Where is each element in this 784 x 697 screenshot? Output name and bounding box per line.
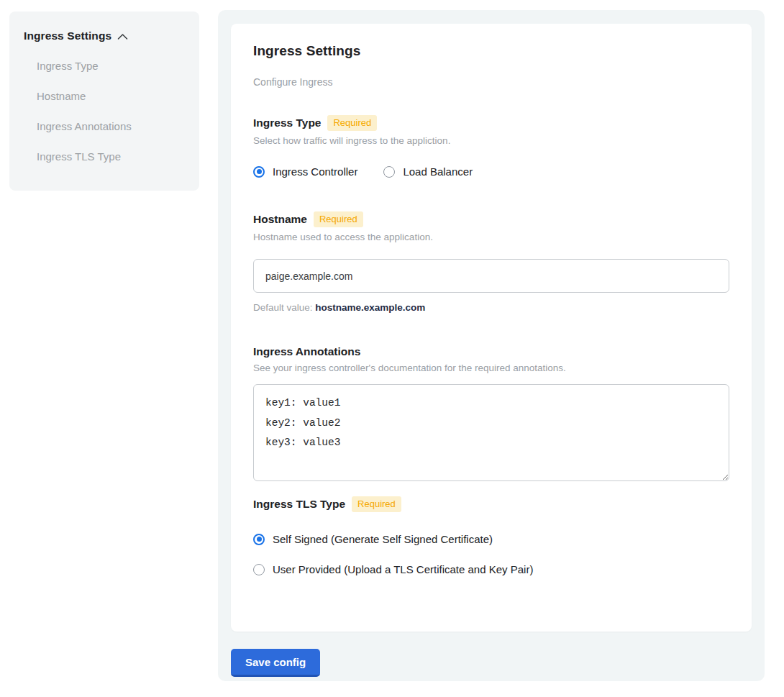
ingress-type-label: Ingress Type bbox=[253, 117, 321, 129]
sidebar-item-ingress-type[interactable]: Ingress Type bbox=[37, 60, 185, 73]
ingress-annotations-textarea[interactable]: key1: value1 key2: value2 key3: value3 bbox=[253, 384, 729, 481]
ingress-tls-type-radio-group: Self Signed (Generate Self Signed Certif… bbox=[253, 533, 729, 575]
ingress-tls-type-label: Ingress TLS Type bbox=[253, 498, 345, 511]
ingress-type-radio-group: Ingress Controller Load Balancer bbox=[253, 165, 729, 178]
radio-selected-icon[interactable] bbox=[253, 166, 265, 178]
radio-unselected-icon[interactable] bbox=[253, 564, 265, 575]
ingress-settings-card: Ingress Settings Configure Ingress Ingre… bbox=[231, 24, 752, 632]
radio-unselected-icon[interactable] bbox=[383, 166, 395, 178]
ingress-annotations-description: See your ingress controller's documentat… bbox=[253, 363, 729, 373]
hostname-label: Hostname bbox=[253, 213, 307, 226]
page: Ingress Settings Ingress Type Hostname I… bbox=[0, 0, 784, 697]
required-badge: Required bbox=[352, 496, 401, 512]
chevron-up-icon[interactable] bbox=[117, 33, 128, 40]
radio-selected-icon[interactable] bbox=[253, 534, 265, 545]
ingress-settings-panel: Ingress Settings Configure Ingress Ingre… bbox=[218, 10, 765, 681]
hostname-default-line: Default value: hostname.example.com bbox=[253, 302, 729, 313]
sidebar-group-ingress-settings[interactable]: Ingress Settings bbox=[24, 29, 185, 42]
sidebar-item-hostname[interactable]: Hostname bbox=[37, 90, 185, 103]
ingress-type-description: Select how traffic will ingress to the a… bbox=[253, 135, 729, 146]
radio-user-provided[interactable]: User Provided (Upload a TLS Certificate … bbox=[253, 563, 729, 575]
sidebar-nav: Ingress Type Hostname Ingress Annotation… bbox=[24, 60, 185, 163]
sidebar-group-label: Ingress Settings bbox=[24, 29, 111, 42]
sidebar-item-ingress-tls-type[interactable]: Ingress TLS Type bbox=[37, 150, 185, 163]
ingress-annotations-label: Ingress Annotations bbox=[253, 345, 360, 358]
hostname-description: Hostname used to access the application. bbox=[253, 232, 729, 242]
save-config-button[interactable]: Save config bbox=[231, 649, 320, 677]
radio-label: Load Balancer bbox=[403, 165, 473, 178]
field-hostname: Hostname Required Hostname used to acces… bbox=[253, 211, 729, 313]
required-badge: Required bbox=[314, 211, 363, 227]
radio-ingress-controller[interactable]: Ingress Controller bbox=[253, 165, 357, 178]
radio-label: User Provided (Upload a TLS Certificate … bbox=[273, 563, 533, 575]
default-value-prefix: Default value: bbox=[253, 302, 315, 313]
hostname-input[interactable] bbox=[253, 259, 729, 293]
radio-label: Self Signed (Generate Self Signed Certif… bbox=[273, 533, 493, 545]
settings-sidebar: Ingress Settings Ingress Type Hostname I… bbox=[9, 12, 199, 191]
sidebar-item-ingress-annotations[interactable]: Ingress Annotations bbox=[37, 120, 185, 133]
page-title: Ingress Settings bbox=[253, 43, 729, 59]
radio-self-signed[interactable]: Self Signed (Generate Self Signed Certif… bbox=[253, 533, 729, 545]
radio-label: Ingress Controller bbox=[273, 165, 357, 178]
default-value-text: hostname.example.com bbox=[315, 302, 425, 313]
field-ingress-type: Ingress Type Required Select how traffic… bbox=[253, 115, 729, 178]
field-ingress-annotations: Ingress Annotations See your ingress con… bbox=[253, 345, 729, 481]
field-ingress-tls-type: Ingress TLS Type Required Self Signed (G… bbox=[253, 496, 729, 575]
required-badge: Required bbox=[327, 115, 377, 131]
page-subtitle: Configure Ingress bbox=[253, 76, 729, 88]
radio-load-balancer[interactable]: Load Balancer bbox=[383, 165, 473, 178]
